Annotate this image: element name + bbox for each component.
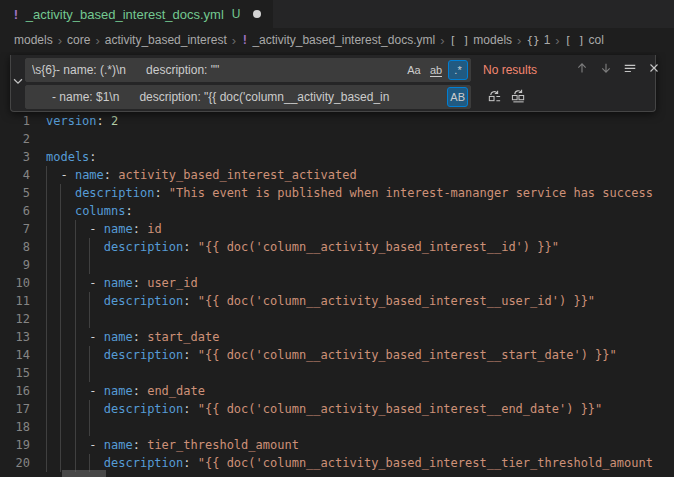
code-text: models: [46,148,674,166]
previous-match-button[interactable] [571,59,593,81]
arrow-up-icon [575,61,589,79]
code-text: columns: [46,202,674,220]
regex-button[interactable]: .* [448,60,468,80]
code-text: - name: activity_based_interest_activate… [46,166,674,184]
breadcrumb-item[interactable]: [ ]models [449,33,512,47]
breadcrumb-item[interactable]: core [67,33,90,47]
code-text: description: "{{ doc('column__activity_b… [46,454,674,472]
find-in-selection-button[interactable] [619,59,641,81]
code-text: - name: end_date [46,382,674,400]
breadcrumb-label: _activity_based_interest_docs.yml [252,33,435,47]
tab-active[interactable]: ! _activity_based_interest_docs.yml U [0,0,273,28]
match-case-button[interactable]: Aa [404,60,424,80]
symbol-array-icon: [ ] [565,34,585,47]
line-number: 4 [0,166,46,184]
code-text: version: 2 [46,112,674,130]
line-number: 17 [0,400,46,418]
preserve-case-button[interactable]: AB [447,87,468,107]
code-line: 9 [0,256,674,274]
toggle-replace-button[interactable] [11,55,25,111]
git-status-badge: U [232,7,241,21]
code-line: 7 - name: id [0,220,674,238]
chevron-down-icon [11,74,25,92]
preserve-case-icon: AB [450,91,465,103]
breadcrumb-item[interactable]: [ ]col [565,33,604,47]
replace-all-button[interactable] [507,86,529,108]
symbol-object-icon: {} [526,34,539,47]
regex-icon: .* [454,64,461,76]
code-text: description: "{{ doc('column__activity_b… [46,238,674,256]
breadcrumb-item[interactable]: activity_based_interest [105,33,227,47]
line-number: 11 [0,292,46,310]
line-number: 7 [0,220,46,238]
line-number: 13 [0,328,46,346]
breadcrumb-separator-icon: › [440,33,444,48]
code-line: 13 - name: start_date [0,328,674,346]
line-number: 1 [0,112,46,130]
line-number: 15 [0,364,46,382]
code-line: 19 - name: tier_threshold_amount [0,436,674,454]
breadcrumb-label: models [14,33,53,47]
breadcrumb-item[interactable]: !_activity_based_interest_docs.yml [241,33,435,47]
code-text [46,364,674,382]
breadcrumb-item[interactable]: {}1 [526,33,550,47]
breadcrumb-separator-icon: › [58,33,62,48]
whole-word-icon: ab [430,64,442,77]
replace-icon [487,88,502,107]
arrow-down-icon [599,61,613,79]
unsaved-dot-icon[interactable] [253,10,261,18]
line-number: 10 [0,274,46,292]
match-case-icon: Aa [407,64,420,76]
code-text [46,310,674,328]
replace-input[interactable] [25,85,471,109]
yaml-file-icon: ! [241,33,248,47]
line-number: 12 [0,310,46,328]
line-number: 3 [0,148,46,166]
line-number: 9 [0,256,46,274]
line-number: 18 [0,418,46,436]
code-line: 17 description: "{{ doc('column__activit… [0,400,674,418]
symbol-array-icon: [ ] [449,34,469,47]
line-number: 20 [0,454,46,472]
code-line: 2 [0,130,674,148]
code-text: description: "This event is published wh… [46,184,674,202]
code-text [46,418,674,436]
code-area[interactable]: 1version: 223models:4 - name: activity_b… [0,112,674,472]
replace-button[interactable] [483,86,505,108]
code-line: 15 [0,364,674,382]
code-text: - name: tier_threshold_amount [46,436,674,454]
whole-word-button[interactable]: ab [426,60,446,80]
code-line: 3models: [0,148,674,166]
code-line: 6 columns: [0,202,674,220]
code-line: 5 description: "This event is published … [0,184,674,202]
code-text: description: "{{ doc('column__activity_b… [46,346,674,364]
find-results-status: No results [483,63,559,77]
tab-bar: ! _activity_based_interest_docs.yml U [0,0,674,28]
find-replace-widget: Aa ab .* No results [10,55,656,112]
code-line: 8 description: "{{ doc('column__activity… [0,238,674,256]
line-number: 8 [0,238,46,256]
editor[interactable]: Aa ab .* No results [0,52,674,477]
breadcrumb-label: col [589,33,604,47]
line-number: 5 [0,184,46,202]
replace-all-icon [511,88,526,107]
close-icon [647,61,661,79]
breadcrumb-label: core [67,33,90,47]
horizontal-scrollbar[interactable] [62,470,106,477]
breadcrumb-item[interactable]: models [14,33,53,47]
line-number: 19 [0,436,46,454]
code-line: 1version: 2 [0,112,674,130]
line-number: 14 [0,346,46,364]
breadcrumb-separator-icon: › [95,33,99,48]
code-text: description: "{{ doc('column__activity_b… [46,292,674,310]
selection-lines-icon [623,61,637,79]
next-match-button[interactable] [595,59,617,81]
close-find-button[interactable] [643,59,665,81]
code-text: - name: id [46,220,674,238]
line-number: 2 [0,130,46,148]
breadcrumb-label: activity_based_interest [105,33,227,47]
yaml-file-icon: ! [12,7,20,22]
breadcrumb: models›core›activity_based_interest›!_ac… [0,28,674,52]
code-line: 16 - name: end_date [0,382,674,400]
line-number: 6 [0,202,46,220]
